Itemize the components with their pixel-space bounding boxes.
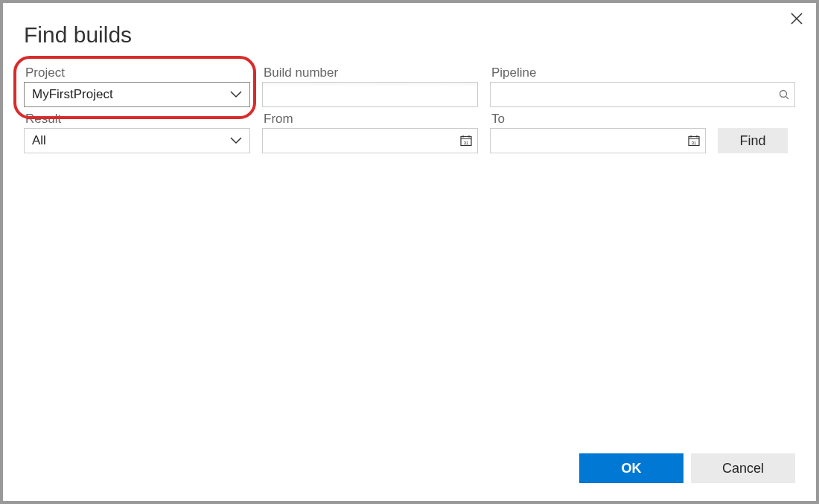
pipeline-label: Pipeline bbox=[490, 66, 795, 80]
project-dropdown[interactable]: MyFirstProject bbox=[24, 82, 250, 107]
dialog-title: Find builds bbox=[3, 3, 816, 48]
project-field: Project MyFirstProject bbox=[24, 66, 250, 107]
form-area: Project MyFirstProject Build number Pipe… bbox=[3, 48, 816, 158]
chevron-down-icon bbox=[230, 137, 242, 144]
result-dropdown[interactable]: All bbox=[24, 128, 250, 153]
calendar-icon[interactable]: 31 bbox=[688, 135, 700, 147]
find-button[interactable]: Find bbox=[718, 128, 788, 153]
cancel-button[interactable]: Cancel bbox=[691, 453, 795, 483]
from-field: From 31 bbox=[262, 112, 478, 153]
pipeline-input[interactable] bbox=[490, 82, 795, 107]
find-builds-dialog: Find builds Project MyFirstProject Build… bbox=[3, 3, 816, 501]
from-label: From bbox=[262, 112, 478, 127]
build-number-label: Build number bbox=[262, 66, 478, 80]
result-value: All bbox=[32, 133, 46, 148]
result-label: Result bbox=[24, 112, 250, 127]
project-value: MyFirstProject bbox=[32, 87, 113, 102]
build-number-field: Build number bbox=[262, 66, 478, 107]
result-field: Result All bbox=[24, 112, 250, 153]
project-label: Project bbox=[24, 66, 250, 80]
svg-line-1 bbox=[786, 97, 789, 100]
search-icon[interactable] bbox=[779, 89, 789, 100]
ok-button[interactable]: OK bbox=[579, 453, 683, 483]
find-button-field: Find bbox=[718, 128, 788, 153]
svg-text:31: 31 bbox=[464, 141, 469, 145]
to-input[interactable] bbox=[490, 128, 706, 153]
svg-text:31: 31 bbox=[692, 141, 697, 145]
to-field: To 31 bbox=[490, 112, 706, 153]
close-icon[interactable] bbox=[788, 9, 806, 30]
build-number-input[interactable] bbox=[262, 82, 478, 107]
dialog-footer: OK Cancel bbox=[3, 453, 816, 501]
to-label: To bbox=[490, 112, 706, 127]
calendar-icon[interactable]: 31 bbox=[460, 135, 472, 147]
pipeline-field: Pipeline bbox=[490, 66, 795, 107]
from-input[interactable] bbox=[262, 128, 478, 153]
svg-point-0 bbox=[780, 91, 787, 98]
chevron-down-icon bbox=[230, 91, 242, 98]
